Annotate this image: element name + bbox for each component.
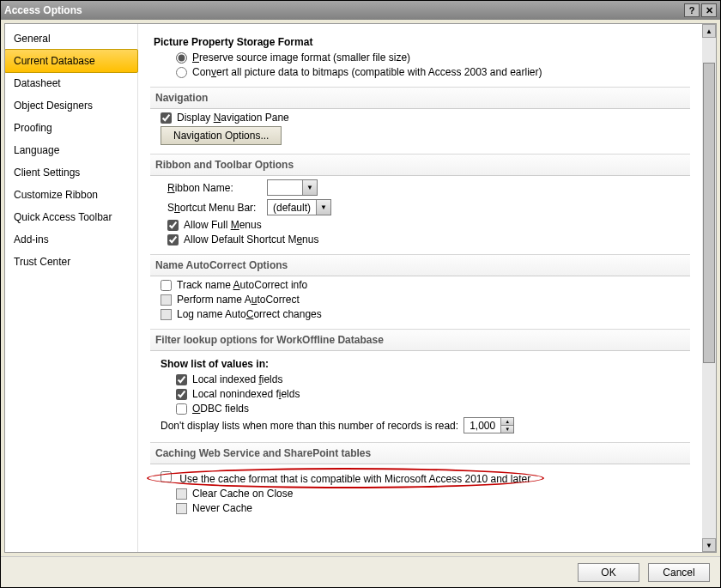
radio-convert-bitmaps[interactable]	[176, 67, 187, 78]
picture-heading: Picture Property Storage Format	[154, 36, 690, 48]
dont-display-row: Don't display lists when more than this …	[161, 417, 690, 433]
scroll-up-icon[interactable]: ▲	[702, 24, 716, 38]
local-nonindexed-row: Local nonindexed fields	[176, 388, 690, 400]
display-nav-label: Display Navigation Pane	[177, 112, 289, 124]
ribbon-section-title: Ribbon and Toolbar Options	[150, 154, 690, 176]
dialog-body: General Current Database Datasheet Objec…	[4, 23, 717, 553]
radio-preserve-image[interactable]	[176, 52, 187, 64]
checkbox-never-cache[interactable]	[176, 503, 187, 514]
local-nonindexed-label: Local nonindexed fields	[192, 388, 300, 400]
radio-convert-row: Convert all picture data to bitmaps (com…	[176, 66, 690, 78]
record-count-value: 1,000	[464, 418, 500, 433]
caching-section-title: Caching Web Service and SharePoint table…	[150, 442, 690, 464]
sidebar-item-general[interactable]: General	[5, 27, 137, 50]
local-indexed-row: Local indexed fields	[176, 373, 690, 385]
sidebar-item-customize-ribbon[interactable]: Customize Ribbon	[5, 184, 137, 206]
category-sidebar: General Current Database Datasheet Objec…	[5, 24, 138, 552]
access-options-dialog: Access Options ? ✕ General Current Datab…	[0, 0, 721, 588]
navigation-section-title: Navigation	[150, 87, 690, 109]
perform-autocorrect-row: Perform name AutoCorrect	[161, 294, 690, 306]
allow-default-shortcut-row: Allow Default Shortcut Menus	[167, 233, 690, 246]
sidebar-item-client-settings[interactable]: Client Settings	[5, 161, 137, 184]
checkbox-track-autocorrect[interactable]	[161, 280, 172, 291]
sidebar-item-add-ins[interactable]: Add-ins	[5, 228, 137, 251]
autocorrect-section-title: Name AutoCorrect Options	[150, 254, 690, 276]
odbc-label: ODBC fields	[192, 403, 249, 415]
window-title: Access Options	[4, 4, 682, 16]
radio-preserve-label: Preserve source image format (smaller fi…	[192, 52, 410, 64]
track-autocorrect-row: Track name AutoCorrect info	[161, 279, 690, 291]
use-cache-row: Use the cache format that is compatible …	[161, 471, 690, 485]
never-cache-row: Never Cache	[176, 502, 690, 514]
checkbox-use-cache-format[interactable]	[161, 471, 172, 482]
highlight-annotation: Use the cache format that is compatible …	[161, 471, 530, 485]
never-cache-label: Never Cache	[192, 502, 252, 514]
record-count-spinner[interactable]: 1,000 ▲ ▼	[464, 417, 514, 433]
checkbox-perform-autocorrect[interactable]	[161, 294, 172, 306]
titlebar: Access Options ? ✕	[1, 1, 720, 20]
allow-default-shortcut-label: Allow Default Shortcut Menus	[184, 233, 318, 246]
ribbon-name-select[interactable]: ▼	[267, 179, 318, 196]
checkbox-log-autocorrect[interactable]	[161, 309, 172, 320]
track-autocorrect-label: Track name AutoCorrect info	[177, 279, 307, 291]
chevron-down-icon: ▼	[316, 200, 330, 215]
display-nav-row: Display Navigation Pane	[161, 112, 690, 124]
perform-autocorrect-label: Perform name AutoCorrect	[177, 294, 300, 306]
vertical-scrollbar[interactable]: ▲ ▼	[702, 24, 716, 552]
use-cache-label: Use the cache format that is compatible …	[179, 473, 530, 485]
chevron-down-icon: ▼	[302, 180, 317, 195]
help-button[interactable]: ?	[684, 3, 700, 17]
show-list-heading: Show list of values in:	[161, 358, 690, 370]
shortcut-menu-label: Shortcut Menu Bar:	[167, 202, 262, 214]
clear-cache-row: Clear Cache on Close	[176, 488, 690, 500]
checkbox-display-nav-pane[interactable]	[161, 112, 172, 124]
sidebar-item-language[interactable]: Language	[5, 139, 137, 161]
log-autocorrect-label: Log name AutoCorrect changes	[177, 308, 322, 320]
sidebar-item-proofing[interactable]: Proofing	[5, 117, 137, 139]
sidebar-item-quick-access-toolbar[interactable]: Quick Access Toolbar	[5, 206, 137, 228]
checkbox-local-indexed[interactable]	[176, 374, 187, 385]
ribbon-name-label: Ribbon Name:	[167, 182, 262, 194]
content-area: Picture Property Storage Format Preserve…	[138, 24, 716, 552]
clear-cache-label: Clear Cache on Close	[192, 488, 293, 500]
shortcut-menu-select[interactable]: (default) ▼	[267, 199, 331, 215]
ok-button[interactable]: OK	[578, 563, 639, 582]
radio-convert-label: Convert all picture data to bitmaps (com…	[192, 66, 542, 78]
filter-section-title: Filter lookup options for WorkOffline Da…	[150, 329, 690, 351]
checkbox-allow-full-menus[interactable]	[167, 220, 179, 231]
sidebar-item-trust-center[interactable]: Trust Center	[5, 251, 137, 273]
close-button[interactable]: ✕	[701, 3, 717, 17]
allow-full-menus-label: Allow Full Menus	[184, 219, 262, 231]
checkbox-odbc-fields[interactable]	[176, 403, 187, 415]
ribbon-name-row: Ribbon Name: ▼	[167, 179, 690, 196]
cancel-button[interactable]: Cancel	[648, 563, 710, 582]
odbc-row: ODBC fields	[176, 403, 690, 415]
scroll-thumb[interactable]	[703, 63, 715, 363]
scroll-down-icon[interactable]: ▼	[702, 538, 716, 552]
navigation-options-button[interactable]: Navigation Options...	[161, 126, 282, 145]
checkbox-allow-default-shortcut[interactable]	[167, 234, 179, 246]
allow-full-menus-row: Allow Full Menus	[167, 219, 690, 231]
shortcut-menu-row: Shortcut Menu Bar: (default) ▼	[167, 199, 690, 215]
checkbox-local-nonindexed[interactable]	[176, 389, 187, 400]
radio-preserve-row: Preserve source image format (smaller fi…	[176, 52, 690, 64]
dialog-footer: OK Cancel	[1, 556, 720, 587]
local-indexed-label: Local indexed fields	[192, 373, 282, 385]
sidebar-item-object-designers[interactable]: Object Designers	[5, 94, 137, 117]
shortcut-menu-value: (default)	[268, 202, 316, 214]
sidebar-item-current-database[interactable]: Current Database	[4, 49, 138, 73]
scroll-track[interactable]	[702, 38, 716, 538]
dont-display-label: Don't display lists when more than this …	[161, 420, 458, 432]
options-scroll[interactable]: Picture Property Storage Format Preserve…	[138, 24, 702, 552]
sidebar-item-datasheet[interactable]: Datasheet	[5, 72, 137, 94]
log-autocorrect-row: Log name AutoCorrect changes	[161, 308, 690, 320]
spinner-up-icon[interactable]: ▲	[501, 418, 513, 426]
checkbox-clear-cache[interactable]	[176, 488, 187, 500]
spinner-down-icon[interactable]: ▼	[501, 426, 513, 433]
